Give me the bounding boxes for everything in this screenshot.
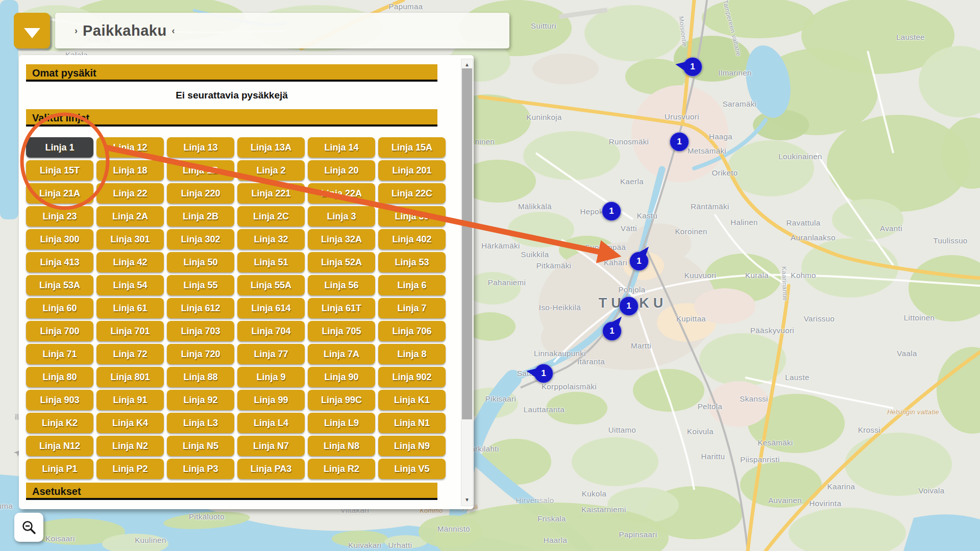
line-button[interactable]: Linja 99 (237, 390, 305, 410)
line-button[interactable]: Linja 60 (26, 298, 93, 318)
line-button[interactable]: Linja 8 (378, 344, 446, 364)
line-button[interactable]: Linja N8 (308, 436, 375, 456)
line-button[interactable]: Linja 700 (26, 321, 93, 341)
line-button[interactable]: Linja 13A (237, 137, 305, 158)
section-own-stops[interactable]: Omat pysäkit (26, 64, 437, 82)
vehicle-marker[interactable]: 1 (602, 321, 622, 341)
line-button[interactable]: Linja 88 (167, 367, 234, 387)
line-button[interactable]: Linja 30 (378, 206, 446, 227)
line-button[interactable]: Linja PA3 (237, 459, 305, 479)
line-button[interactable]: Linja K2 (26, 413, 93, 433)
line-button[interactable]: Linja 53 (378, 252, 446, 272)
line-button[interactable]: Linja 302 (167, 229, 234, 249)
line-button[interactable]: Linja 614 (237, 298, 305, 318)
zoom-out-button[interactable] (14, 513, 43, 542)
line-button[interactable]: Linja 22A (308, 183, 375, 204)
line-button[interactable]: Linja 53A (26, 275, 93, 295)
vehicle-marker[interactable]: 1 (670, 132, 689, 152)
line-button[interactable]: Linja R2 (308, 459, 375, 479)
scrollbar-down-arrow[interactable]: ▼ (461, 495, 473, 505)
line-button[interactable]: Linja 22C (378, 183, 446, 204)
scrollbar-thumb[interactable] (462, 68, 472, 419)
line-button[interactable]: Linja N5 (167, 436, 234, 456)
line-button[interactable]: Linja 71 (26, 344, 93, 364)
line-button[interactable]: Linja 706 (378, 321, 446, 341)
place-search-bar[interactable]: › Paikkahaku ‹ (55, 13, 509, 48)
panel-scrollbar[interactable]: ▲ ▼ (461, 59, 473, 506)
line-button[interactable]: Linja 80 (26, 367, 93, 387)
panel-toggle-button[interactable] (14, 13, 50, 48)
line-button[interactable]: Linja N12 (26, 436, 93, 456)
line-button[interactable]: Linja N9 (378, 436, 446, 456)
line-button[interactable]: Linja 15A (378, 137, 446, 158)
line-button[interactable]: Linja 7 (378, 298, 446, 318)
line-button[interactable]: Linja 22 (96, 183, 164, 204)
line-button[interactable]: Linja 701 (96, 321, 164, 341)
line-button[interactable]: Linja 23 (26, 206, 93, 227)
line-button[interactable]: Linja 720 (167, 344, 234, 364)
line-button[interactable]: Linja 612 (167, 298, 234, 318)
section-settings[interactable]: Asetukset (26, 483, 437, 500)
line-button[interactable]: Linja 50 (167, 252, 234, 272)
line-button[interactable]: Linja 301 (96, 229, 164, 249)
line-button[interactable]: Linja 32 (237, 229, 305, 249)
line-button[interactable]: Linja 1 (26, 137, 93, 158)
line-button[interactable]: Linja 14 (308, 137, 375, 158)
line-button[interactable]: Linja 705 (308, 321, 375, 341)
line-button[interactable]: Linja L9 (308, 413, 375, 433)
line-button[interactable]: Linja 77 (237, 344, 305, 364)
line-button[interactable]: Linja 220 (167, 183, 234, 204)
line-button[interactable]: Linja P3 (167, 459, 234, 479)
line-button[interactable]: Linja 221 (237, 183, 305, 204)
line-button[interactable]: Linja P1 (26, 459, 93, 479)
line-button[interactable]: Linja 9 (237, 367, 305, 387)
vehicle-marker[interactable]: 1 (629, 252, 649, 271)
line-button[interactable]: Linja 61 (96, 298, 164, 318)
line-button[interactable]: Linja 902 (378, 367, 446, 387)
line-button[interactable]: Linja 15T (26, 160, 93, 181)
line-button[interactable]: Linja 2 (237, 160, 305, 181)
line-button[interactable]: Linja 56 (308, 275, 375, 295)
line-button[interactable]: Linja 6 (378, 275, 446, 295)
line-button[interactable]: Linja L3 (167, 413, 234, 433)
line-button[interactable]: Linja 55A (237, 275, 305, 295)
line-button[interactable]: Linja 1B (167, 160, 234, 181)
line-button[interactable]: Linja 801 (96, 367, 164, 387)
line-button[interactable]: Linja 703 (167, 321, 234, 341)
line-button[interactable]: Linja N1 (378, 413, 446, 433)
line-button[interactable]: Linja 90 (308, 367, 375, 387)
vehicle-marker[interactable]: 1 (534, 364, 553, 383)
line-button[interactable]: Linja 42 (96, 252, 164, 272)
line-button[interactable]: Linja V5 (378, 459, 446, 479)
line-button[interactable]: Linja 201 (378, 160, 446, 181)
line-button[interactable]: Linja 300 (26, 229, 93, 249)
line-button[interactable]: Linja 2A (96, 206, 164, 227)
line-button[interactable]: Linja 32A (308, 229, 375, 249)
line-button[interactable]: Linja 55 (167, 275, 234, 295)
line-button[interactable]: Linja 20 (308, 160, 375, 181)
line-button[interactable]: Linja 402 (378, 229, 446, 249)
vehicle-marker[interactable]: 1 (683, 57, 702, 77)
line-button[interactable]: Linja 2C (237, 206, 305, 227)
line-button[interactable]: Linja 54 (96, 275, 164, 295)
line-button[interactable]: Linja 413 (26, 252, 93, 272)
line-button[interactable]: Linja 99C (308, 390, 375, 410)
line-button[interactable]: Linja N7 (237, 436, 305, 456)
line-button[interactable]: Linja 13 (167, 137, 234, 158)
section-selected-lines[interactable]: Valitut linjat (26, 109, 437, 127)
line-button[interactable]: Linja 903 (26, 390, 93, 410)
vehicle-marker[interactable]: 1 (602, 202, 621, 221)
line-button[interactable]: Linja 52A (308, 252, 375, 272)
line-button[interactable]: Linja 3 (308, 206, 375, 227)
line-button[interactable]: Linja 91 (96, 390, 164, 410)
line-button[interactable]: Linja 704 (237, 321, 305, 341)
line-button[interactable]: Linja L4 (237, 413, 305, 433)
line-button[interactable]: Linja 72 (96, 344, 164, 364)
line-button[interactable]: Linja 18 (96, 160, 164, 181)
line-button[interactable]: Linja 12 (96, 137, 164, 158)
vehicle-marker[interactable]: 1 (619, 296, 639, 316)
line-button[interactable]: Linja 7A (308, 344, 375, 364)
line-button[interactable]: Linja 92 (167, 390, 234, 410)
line-button[interactable]: Linja 21A (26, 183, 93, 204)
line-button[interactable]: Linja 51 (237, 252, 305, 272)
